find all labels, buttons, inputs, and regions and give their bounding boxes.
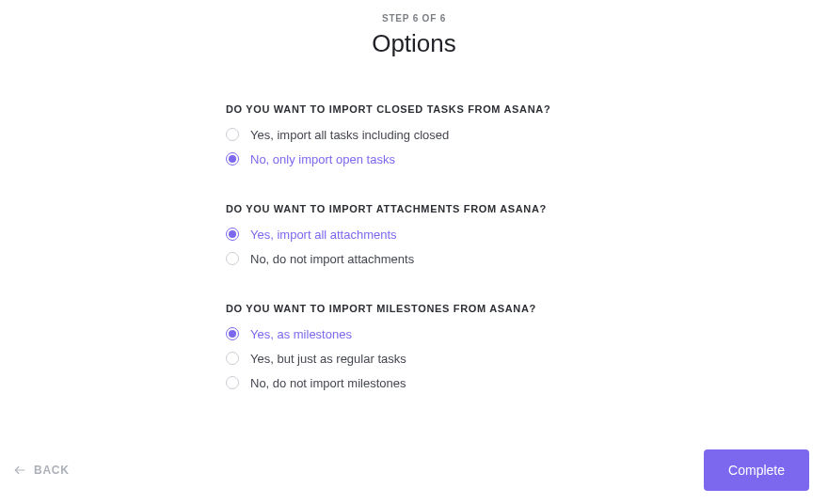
group-question: DO YOU WANT TO IMPORT ATTACHMENTS FROM A… bbox=[226, 203, 753, 214]
options-content: DO YOU WANT TO IMPORT CLOSED TASKS FROM … bbox=[226, 58, 753, 389]
complete-button[interactable]: Complete bbox=[704, 449, 809, 491]
radio-icon bbox=[226, 252, 239, 265]
group-milestones: DO YOU WANT TO IMPORT MILESTONES FROM AS… bbox=[226, 303, 753, 389]
step-indicator: STEP 6 OF 6 bbox=[0, 13, 828, 24]
radio-icon bbox=[226, 327, 239, 340]
option-label: No, do not import milestones bbox=[250, 377, 406, 389]
option-milestones-yes[interactable]: Yes, as milestones bbox=[226, 327, 753, 340]
option-attachments-yes[interactable]: Yes, import all attachments bbox=[226, 228, 753, 241]
radio-icon bbox=[226, 376, 239, 389]
option-label: Yes, as milestones bbox=[250, 328, 352, 340]
page-title: Options bbox=[0, 29, 828, 58]
radio-icon bbox=[226, 128, 239, 141]
option-label: No, only import open tasks bbox=[250, 153, 395, 165]
option-label: Yes, but just as regular tasks bbox=[250, 353, 406, 365]
radio-icon bbox=[226, 228, 239, 241]
option-import-closed-yes[interactable]: Yes, import all tasks including closed bbox=[226, 128, 753, 141]
option-label: Yes, import all attachments bbox=[250, 228, 397, 241]
arrow-left-icon bbox=[13, 464, 26, 477]
option-label: Yes, import all tasks including closed bbox=[250, 129, 449, 141]
group-attachments: DO YOU WANT TO IMPORT ATTACHMENTS FROM A… bbox=[226, 203, 753, 265]
radio-icon bbox=[226, 352, 239, 365]
group-question: DO YOU WANT TO IMPORT MILESTONES FROM AS… bbox=[226, 303, 753, 314]
option-import-closed-no[interactable]: No, only import open tasks bbox=[226, 152, 753, 165]
option-label: No, do not import attachments bbox=[250, 253, 414, 265]
back-button[interactable]: BACK bbox=[13, 458, 70, 482]
option-attachments-no[interactable]: No, do not import attachments bbox=[226, 252, 753, 265]
option-milestones-no[interactable]: No, do not import milestones bbox=[226, 376, 753, 389]
wizard-header: STEP 6 OF 6 Options bbox=[0, 0, 828, 58]
group-question: DO YOU WANT TO IMPORT CLOSED TASKS FROM … bbox=[226, 103, 753, 115]
option-milestones-regular[interactable]: Yes, but just as regular tasks bbox=[226, 352, 753, 365]
back-label: BACK bbox=[34, 464, 70, 477]
radio-icon bbox=[226, 152, 239, 165]
group-closed-tasks: DO YOU WANT TO IMPORT CLOSED TASKS FROM … bbox=[226, 103, 753, 165]
wizard-footer: BACK Complete bbox=[13, 449, 809, 491]
